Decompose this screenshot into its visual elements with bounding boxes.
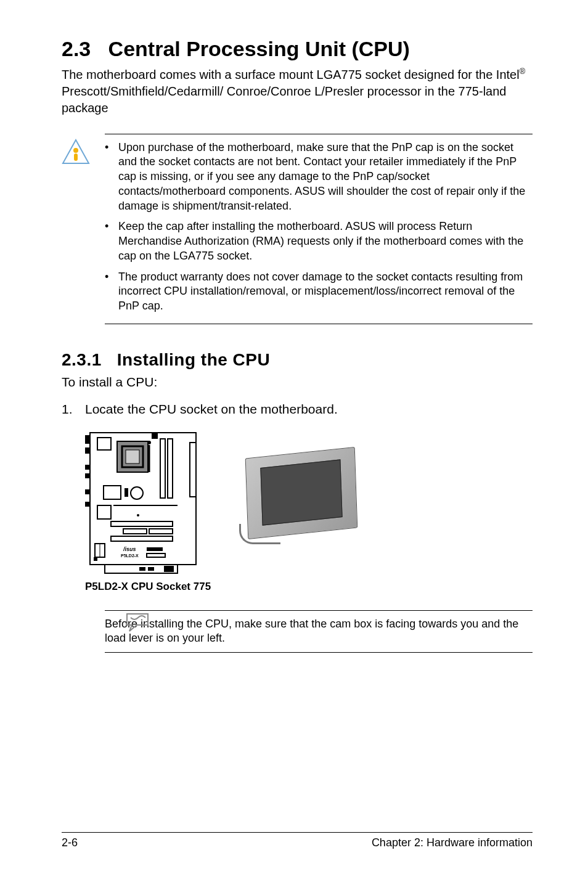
section-title: Central Processing Unit (CPU) (108, 37, 410, 60)
svg-rect-19 (190, 443, 196, 497)
caution-icon (62, 139, 90, 167)
svg-rect-17 (160, 439, 165, 498)
svg-rect-10 (97, 438, 111, 450)
svg-rect-8 (85, 489, 90, 494)
svg-rect-35 (147, 547, 163, 551)
tip-block: Before installing the CPU, make sure tha… (105, 610, 533, 653)
svg-point-15 (147, 441, 151, 444)
svg-point-25 (137, 514, 139, 517)
svg-rect-36 (147, 553, 165, 557)
figure-block: /isus P5LD2-X P5LD2-X CPU Socket 775 (85, 429, 533, 593)
subsection-heading: 2.3.1 Installing the CPU (62, 350, 533, 370)
svg-rect-13 (126, 450, 139, 464)
intro-pre: The motherboard comes with a surface mou… (62, 68, 520, 81)
svg-rect-6 (85, 465, 90, 470)
svg-rect-28 (149, 529, 173, 534)
cpu-socket-photo (235, 440, 366, 551)
svg-text:P5LD2-X: P5LD2-X (121, 553, 139, 558)
subsection-title: Installing the CPU (117, 350, 271, 369)
chapter-label: Chapter 2: Hardware information (372, 836, 533, 849)
step-number: 1. (62, 402, 85, 417)
bullet-icon: • (105, 141, 118, 214)
svg-rect-2 (74, 153, 78, 161)
intro-post: Prescott/Smithfield/Cedarmill/ Conroe/Co… (62, 84, 506, 115)
svg-rect-16 (152, 433, 158, 439)
intro-paragraph: The motherboard comes with a surface mou… (62, 66, 533, 116)
svg-rect-29 (111, 536, 173, 541)
tip-text: Before installing the CPU, make sure tha… (105, 617, 533, 646)
section-number: 2.3 (62, 37, 91, 60)
svg-rect-20 (104, 486, 121, 499)
note-icon (123, 610, 152, 636)
svg-text:/isus: /isus (123, 546, 136, 552)
step-text: Locate the CPU socket on the motherboard… (85, 402, 338, 417)
svg-rect-40 (164, 566, 174, 572)
svg-rect-18 (168, 439, 173, 498)
lead-in-text: To install a CPU: (62, 375, 533, 390)
caution-text: Keep the cap after installing the mother… (118, 219, 533, 263)
svg-rect-27 (123, 529, 147, 534)
registered-mark: ® (520, 67, 526, 76)
svg-rect-38 (139, 567, 145, 571)
caution-text: The product warranty does not cover dama… (118, 270, 533, 314)
caution-item: •The product warranty does not cover dam… (105, 270, 533, 314)
step-1: 1. Locate the CPU socket on the motherbo… (62, 402, 533, 417)
svg-point-1 (73, 148, 78, 153)
svg-rect-9 (85, 502, 90, 507)
caution-block: •Upon purchase of the motherboard, make … (62, 134, 533, 350)
svg-rect-4 (85, 435, 90, 444)
caution-item: •Upon purchase of the motherboard, make … (105, 141, 533, 214)
subsection-number: 2.3.1 (62, 350, 102, 369)
svg-rect-5 (85, 447, 90, 454)
figure-caption: P5LD2-X CPU Socket 775 (85, 581, 533, 593)
caution-list: •Upon purchase of the motherboard, make … (105, 141, 533, 314)
svg-rect-21 (125, 488, 128, 497)
page-footer: 2-6 Chapter 2: Hardware information (62, 832, 533, 849)
bullet-icon: • (105, 270, 118, 314)
svg-rect-39 (148, 567, 154, 571)
svg-rect-23 (97, 505, 111, 519)
caution-item: •Keep the cap after installing the mothe… (105, 219, 533, 263)
page-number: 2-6 (62, 836, 78, 849)
section-heading: 2.3 Central Processing Unit (CPU) (62, 37, 533, 61)
svg-rect-7 (85, 473, 90, 478)
svg-point-22 (131, 487, 143, 499)
svg-rect-26 (111, 521, 173, 526)
motherboard-diagram: /isus P5LD2-X (85, 429, 201, 577)
caution-text: Upon purchase of the motherboard, make s… (118, 141, 533, 214)
bullet-icon: • (105, 219, 118, 263)
svg-rect-32 (94, 557, 97, 561)
